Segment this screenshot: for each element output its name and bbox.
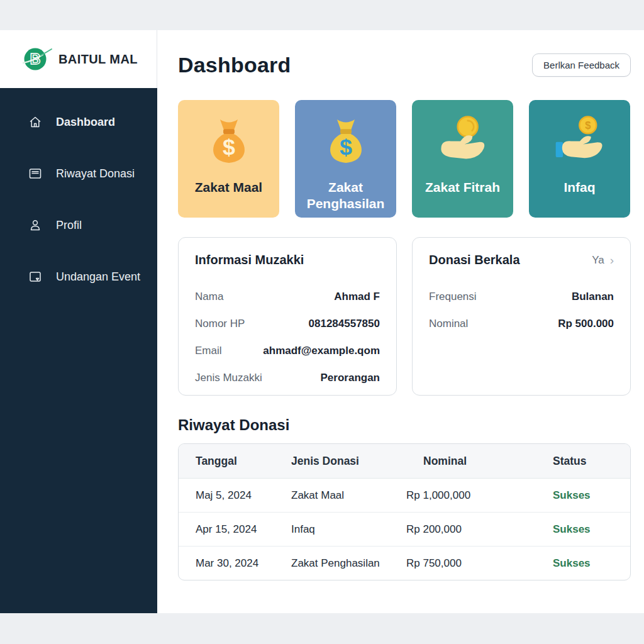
- sidebar-item-label: Profil: [56, 219, 82, 232]
- berkala-toggle-link[interactable]: Ya ›: [592, 254, 614, 267]
- muzakki-row-jenis: Jenis Muzakki Perorangan: [195, 364, 380, 391]
- money-bag-icon: $: [200, 111, 258, 174]
- svg-text:$: $: [340, 135, 352, 160]
- status-badge: Sukses: [553, 489, 630, 502]
- column-header-jenis: Jenis Donasi: [291, 455, 406, 468]
- cell-nominal: Rp 750,000: [406, 557, 553, 570]
- cell-tanggal: Mar 30, 2024: [179, 557, 291, 570]
- field-label: Nomor HP: [195, 318, 245, 330]
- status-badge: Sukses: [553, 557, 630, 570]
- svg-text:$: $: [223, 135, 235, 160]
- berkala-row-frequensi: Frequensi Bulanan: [429, 283, 614, 310]
- category-card-label: Infaq: [560, 179, 599, 196]
- cell-nominal: Rp 1,000,000: [406, 489, 553, 502]
- card-zakat-penghasilan[interactable]: $ Zakat Penghasilan: [295, 100, 396, 218]
- riwayat-section-title: Riwayat Donasi: [178, 416, 631, 434]
- hand-coin-dollar-icon: $: [551, 111, 609, 174]
- field-value: Rp 500.000: [558, 318, 614, 330]
- cell-tanggal: Apr 15, 2024: [179, 523, 291, 536]
- status-badge: Sukses: [553, 523, 630, 536]
- card-zakat-fitrah[interactable]: Zakat Fitrah: [412, 100, 513, 218]
- cell-tanggal: Maj 5, 2024: [179, 489, 291, 502]
- cell-jenis: Zakat Penghasilan: [291, 557, 406, 570]
- cell-jenis: Infaq: [291, 523, 406, 536]
- field-value: Ahmad F: [334, 291, 380, 303]
- sidebar-item-label: Riwayat Donasi: [56, 167, 135, 180]
- category-card-label: Zakat Penghasilan: [295, 179, 396, 213]
- event-invite-icon: [28, 269, 43, 284]
- category-card-label: Zakat Maal: [191, 179, 266, 196]
- field-label: Email: [195, 345, 222, 357]
- table-row[interactable]: Apr 15, 2024 Infaq Rp 200,000 Sukses: [179, 513, 630, 547]
- donasi-berkala-card: Donasi Berkala Ya › Frequensi Bulanan No…: [412, 237, 631, 396]
- home-icon: [28, 114, 43, 130]
- sidebar-item-profil[interactable]: Profil: [0, 215, 157, 235]
- sidebar-item-undangan-event[interactable]: Undangan Event: [0, 267, 157, 287]
- field-label: Frequensi: [429, 291, 477, 303]
- profile-icon: [28, 218, 43, 233]
- sidebar-item-label: Dashboard: [56, 116, 115, 129]
- column-header-tanggal: Tanggal: [179, 455, 291, 468]
- sidebar-item-riwayat-donasi[interactable]: Riwayat Donasi: [0, 164, 157, 184]
- left-column: B BAITUL MAL Dashboard Riwayat Donasi: [0, 30, 157, 613]
- page-title: Dashboard: [178, 53, 291, 77]
- field-value: Perorangan: [321, 372, 380, 384]
- page-header: Dashboard Berlkan Feedback: [178, 53, 631, 77]
- muzakki-row-email: Email ahmadf@example.qom: [195, 337, 380, 364]
- column-header-nominal: Nominal: [406, 455, 553, 468]
- card-infaq[interactable]: $ Infaq: [529, 100, 630, 218]
- table-header-row: Tanggal Jenis Donasi Nominal Status: [179, 444, 630, 479]
- sidebar: Dashboard Riwayat Donasi Profil: [0, 88, 157, 613]
- chevron-right-icon: ›: [610, 254, 614, 266]
- money-bag-icon: $: [317, 111, 375, 174]
- field-value: 081284557850: [309, 318, 380, 330]
- svg-text:$: $: [585, 119, 591, 131]
- field-value: ahmadf@example.qom: [263, 345, 380, 357]
- berkala-card-title: Donasi Berkala: [429, 253, 520, 267]
- sidebar-item-dashboard[interactable]: Dashboard: [0, 112, 157, 132]
- field-value: Bulanan: [572, 291, 614, 303]
- baitul-mal-logo-icon: B: [23, 47, 53, 72]
- card-zakat-maal[interactable]: $ Zakat Maal: [178, 100, 279, 218]
- hand-coin-icon: [434, 111, 492, 174]
- cell-jenis: Zakat Maal: [291, 489, 406, 502]
- table-row[interactable]: Mar 30, 2024 Zakat Penghasilan Rp 750,00…: [179, 547, 630, 580]
- cell-nominal: Rp 200,000: [406, 523, 553, 536]
- column-header-status: Status: [553, 455, 630, 468]
- category-card-label: Zakat Fitrah: [421, 179, 504, 196]
- brand-logo-area: B BAITUL MAL: [0, 30, 157, 88]
- sidebar-item-label: Undangan Event: [56, 270, 140, 284]
- muzakki-row-nama: Nama Ahmad F: [195, 283, 380, 310]
- app-window: B BAITUL MAL Dashboard Riwayat Donasi: [0, 30, 644, 613]
- table-row[interactable]: Maj 5, 2024 Zakat Maal Rp 1,000,000 Suks…: [179, 479, 630, 513]
- muzakki-info-card: Informasi Muzakki Nama Ahmad F Nomor HP …: [178, 237, 397, 396]
- riwayat-table: Tanggal Jenis Donasi Nominal Status Maj …: [178, 443, 631, 580]
- info-cards-row: Informasi Muzakki Nama Ahmad F Nomor HP …: [178, 237, 631, 396]
- donation-history-icon: [28, 166, 43, 181]
- field-label: Jenis Muzakki: [195, 372, 262, 384]
- berkala-row-nominal: Nominal Rp 500.000: [429, 310, 614, 337]
- field-label: Nominal: [429, 318, 468, 330]
- berkala-value: Ya: [592, 254, 604, 267]
- muzakki-row-nomor-hp: Nomor HP 081284557850: [195, 310, 380, 337]
- svg-text:B: B: [30, 51, 41, 67]
- brand-name: BAITUL MAL: [58, 52, 138, 67]
- field-label: Nama: [195, 291, 223, 303]
- category-cards-row: $ Zakat Maal $ Zakat Penghasilan: [178, 100, 631, 218]
- main-content: Dashboard Berlkan Feedback $ Zakat Maal: [157, 30, 644, 613]
- feedback-button[interactable]: Berlkan Feedback: [532, 53, 631, 77]
- muzakki-card-title: Informasi Muzakki: [195, 253, 304, 267]
